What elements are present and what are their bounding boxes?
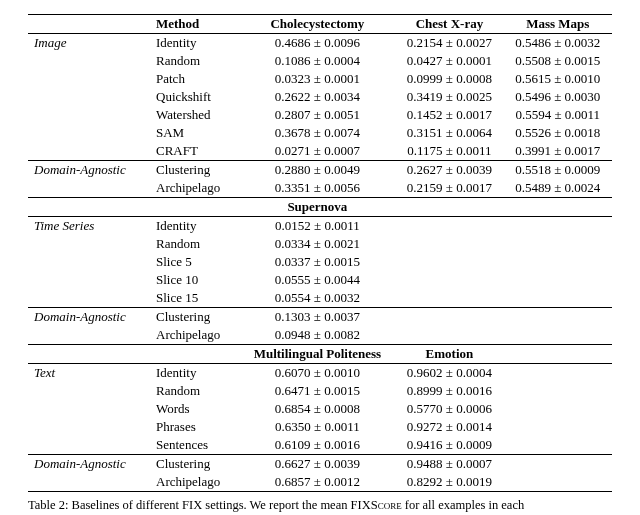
value-cell: 0.6854 ± 0.0008 [240, 400, 396, 418]
page: Method Cholecystectomy Chest X-ray Mass … [0, 0, 640, 515]
method-cell: Random [150, 52, 240, 70]
col-cholecystectomy: Cholecystectomy [240, 15, 396, 34]
method-cell: Clustering [150, 455, 240, 473]
value-cell: 0.6350 ± 0.0011 [240, 418, 396, 436]
col-mass-maps: Mass Maps [504, 15, 612, 34]
value-cell: 0.6109 ± 0.0016 [240, 436, 396, 455]
value-cell: 0.0152 ± 0.0011 [240, 217, 396, 235]
value-cell: 0.9272 ± 0.0014 [395, 418, 503, 436]
table-row: Domain-Agnostic Clustering 0.1303 ± 0.00… [28, 308, 612, 326]
group-text: Text [28, 364, 150, 455]
col-supernova: Supernova [240, 198, 396, 217]
value-cell: 0.3419 ± 0.0025 [395, 88, 503, 106]
method-cell: Slice 10 [150, 271, 240, 289]
table-row: Image Identity 0.4686 ± 0.0096 0.2154 ± … [28, 34, 612, 52]
method-cell: CRAFT [150, 142, 240, 161]
method-cell: Archipelago [150, 473, 240, 492]
value-cell: 0.1086 ± 0.0004 [240, 52, 396, 70]
method-cell: Identity [150, 364, 240, 382]
table-row: Text Identity 0.6070 ± 0.0010 0.9602 ± 0… [28, 364, 612, 382]
value-cell: 0.0271 ± 0.0007 [240, 142, 396, 161]
value-cell: 0.5508 ± 0.0015 [504, 52, 612, 70]
table-caption: Table 2: Baselines of different FIX sett… [28, 498, 612, 513]
value-cell: 0.0999 ± 0.0008 [395, 70, 503, 88]
value-cell: 0.0948 ± 0.0082 [240, 326, 396, 345]
method-cell: Identity [150, 217, 240, 235]
method-cell: Words [150, 400, 240, 418]
value-cell: 0.5486 ± 0.0032 [504, 34, 612, 52]
value-cell: 0.6857 ± 0.0012 [240, 473, 396, 492]
value-cell: 0.2807 ± 0.0051 [240, 106, 396, 124]
method-cell: SAM [150, 124, 240, 142]
value-cell: 0.3991 ± 0.0017 [504, 142, 612, 161]
group-domain-agnostic: Domain-Agnostic [28, 161, 150, 198]
caption-tail: for all examples in each [402, 498, 525, 512]
value-cell: 0.6627 ± 0.0039 [240, 455, 396, 473]
method-cell: Sentences [150, 436, 240, 455]
method-cell: Archipelago [150, 179, 240, 198]
value-cell: 0.8292 ± 0.0019 [395, 473, 503, 492]
value-cell: 0.5594 ± 0.0011 [504, 106, 612, 124]
table-row: Domain-Agnostic Clustering 0.2880 ± 0.00… [28, 161, 612, 179]
table-row: Time Series Identity 0.0152 ± 0.0011 [28, 217, 612, 235]
value-cell: 0.5518 ± 0.0009 [504, 161, 612, 179]
group-image: Image [28, 34, 150, 161]
header-row-1: Method Cholecystectomy Chest X-ray Mass … [28, 15, 612, 34]
caption-lead: Table 2: Baselines of different FIX sett… [28, 498, 371, 512]
value-cell: 0.6070 ± 0.0010 [240, 364, 396, 382]
value-cell: 0.0555 ± 0.0044 [240, 271, 396, 289]
value-cell: 0.5496 ± 0.0030 [504, 88, 612, 106]
value-cell: 0.5615 ± 0.0010 [504, 70, 612, 88]
group-domain-agnostic: Domain-Agnostic [28, 455, 150, 492]
col-chest-xray: Chest X-ray [395, 15, 503, 34]
value-cell: 0.1175 ± 0.0011 [395, 142, 503, 161]
value-cell: 0.6471 ± 0.0015 [240, 382, 396, 400]
method-cell: Slice 5 [150, 253, 240, 271]
value-cell: 0.2154 ± 0.0027 [395, 34, 503, 52]
method-cell: Phrases [150, 418, 240, 436]
method-cell: Archipelago [150, 326, 240, 345]
value-cell: 0.0554 ± 0.0032 [240, 289, 396, 308]
caption-smallcaps: Score [371, 498, 402, 512]
value-cell: 0.8999 ± 0.0016 [395, 382, 503, 400]
value-cell: 0.3678 ± 0.0074 [240, 124, 396, 142]
method-cell: Identity [150, 34, 240, 52]
method-cell: Random [150, 235, 240, 253]
method-cell: Patch [150, 70, 240, 88]
value-cell: 0.0337 ± 0.0015 [240, 253, 396, 271]
method-cell: Clustering [150, 161, 240, 179]
value-cell: 0.2159 ± 0.0017 [395, 179, 503, 198]
section-header-text: Multilingual Politeness Emotion [28, 345, 612, 364]
value-cell: 0.9602 ± 0.0004 [395, 364, 503, 382]
value-cell: 0.5526 ± 0.0018 [504, 124, 612, 142]
group-time-series: Time Series [28, 217, 150, 308]
method-cell: Clustering [150, 308, 240, 326]
method-cell: Quickshift [150, 88, 240, 106]
value-cell: 0.3351 ± 0.0056 [240, 179, 396, 198]
value-cell: 0.9416 ± 0.0009 [395, 436, 503, 455]
group-domain-agnostic: Domain-Agnostic [28, 308, 150, 345]
value-cell: 0.2880 ± 0.0049 [240, 161, 396, 179]
results-table: Method Cholecystectomy Chest X-ray Mass … [28, 14, 612, 492]
table-row: Domain-Agnostic Clustering 0.6627 ± 0.00… [28, 455, 612, 473]
col-emotion: Emotion [395, 345, 503, 364]
value-cell: 0.2622 ± 0.0034 [240, 88, 396, 106]
col-method: Method [150, 15, 240, 34]
method-cell: Slice 15 [150, 289, 240, 308]
section-header-supernova: Supernova [28, 198, 612, 217]
value-cell: 0.0334 ± 0.0021 [240, 235, 396, 253]
value-cell: 0.1452 ± 0.0017 [395, 106, 503, 124]
value-cell: 0.0323 ± 0.0001 [240, 70, 396, 88]
method-cell: Random [150, 382, 240, 400]
col-multilingual-politeness: Multilingual Politeness [240, 345, 396, 364]
value-cell: 0.0427 ± 0.0001 [395, 52, 503, 70]
value-cell: 0.2627 ± 0.0039 [395, 161, 503, 179]
value-cell: 0.5770 ± 0.0006 [395, 400, 503, 418]
value-cell: 0.5489 ± 0.0024 [504, 179, 612, 198]
value-cell: 0.1303 ± 0.0037 [240, 308, 396, 326]
value-cell: 0.4686 ± 0.0096 [240, 34, 396, 52]
method-cell: Watershed [150, 106, 240, 124]
value-cell: 0.9488 ± 0.0007 [395, 455, 503, 473]
value-cell: 0.3151 ± 0.0064 [395, 124, 503, 142]
